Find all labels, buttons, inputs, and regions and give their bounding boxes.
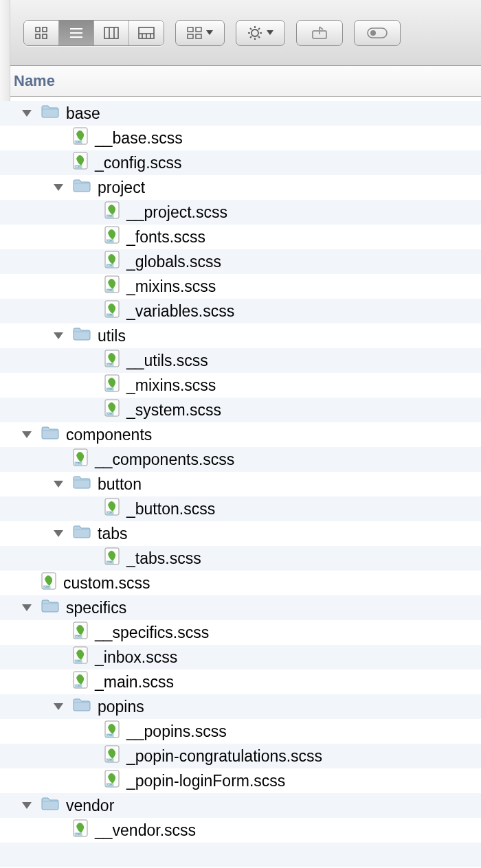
- disclosure-triangle-icon[interactable]: [21, 429, 33, 441]
- disclosure-spacer: [84, 255, 96, 268]
- list-view-button[interactable]: [59, 21, 94, 45]
- share-button[interactable]: [296, 20, 343, 46]
- folder-row[interactable]: button: [0, 472, 481, 496]
- file-row[interactable]: CSS__utils.scss: [0, 348, 481, 373]
- file-row[interactable]: CSS__popins.scss: [0, 719, 481, 744]
- scss-file-icon: CSS: [73, 646, 95, 668]
- file-label: __base.scss: [95, 129, 183, 148]
- column-header-name: Name: [14, 72, 55, 90]
- file-row[interactable]: CSS_button.scss: [0, 496, 481, 521]
- file-row[interactable]: CSS_popin-loginForm.scss: [0, 768, 481, 793]
- disclosure-triangle-icon[interactable]: [52, 330, 65, 342]
- file-label: _mixins.scss: [126, 277, 216, 296]
- folder-row[interactable]: project: [0, 175, 481, 200]
- file-row[interactable]: CSScustom.scss: [0, 571, 481, 595]
- svg-point-30: [370, 30, 376, 36]
- file-label: _popin-loginForm.scss: [126, 772, 285, 790]
- scss-file-icon: CSS: [104, 350, 126, 372]
- svg-rect-1: [43, 27, 47, 32]
- file-row[interactable]: CSS__base.scss: [0, 126, 481, 150]
- disclosure-spacer: [21, 577, 33, 589]
- file-row[interactable]: CSS_main.scss: [0, 670, 481, 694]
- svg-point-19: [251, 30, 258, 36]
- folder-icon: [73, 327, 98, 345]
- folder-row[interactable]: tabs: [0, 521, 481, 546]
- svg-text:CSS: CSS: [107, 264, 113, 267]
- scss-file-icon: CSS: [104, 226, 126, 248]
- disclosure-triangle-icon[interactable]: [52, 700, 65, 713]
- disclosure-triangle-icon[interactable]: [52, 527, 65, 540]
- folder-icon: [41, 599, 66, 617]
- chevron-down-icon: [206, 30, 213, 35]
- folder-row[interactable]: popins: [0, 694, 481, 719]
- file-row[interactable]: CSS__vendor.scss: [0, 818, 481, 843]
- folder-label: specifics: [66, 599, 126, 617]
- svg-line-24: [250, 28, 251, 30]
- svg-text:CSS: CSS: [76, 833, 81, 836]
- column-view-button[interactable]: [94, 21, 129, 45]
- file-row[interactable]: CSS__components.scss: [0, 447, 481, 472]
- file-row[interactable]: CSS_inbox.scss: [0, 645, 481, 670]
- folder-icon: [41, 426, 66, 444]
- file-label: _mixins.scss: [126, 376, 216, 395]
- svg-text:CSS: CSS: [76, 660, 81, 663]
- scss-file-icon: CSS: [104, 547, 126, 569]
- scss-file-icon: CSS: [73, 152, 95, 174]
- svg-text:CSS: CSS: [107, 561, 113, 564]
- folder-icon: [41, 797, 66, 814]
- disclosure-spacer: [84, 503, 96, 515]
- scss-file-icon: CSS: [104, 251, 126, 273]
- disclosure-triangle-icon[interactable]: [52, 478, 65, 490]
- disclosure-spacer: [84, 231, 96, 243]
- column-header[interactable]: Name: [0, 66, 481, 97]
- toolbar: [0, 0, 481, 66]
- file-row[interactable]: CSS_system.scss: [0, 398, 481, 422]
- file-label: _globals.scss: [126, 253, 221, 271]
- file-label: _config.scss: [95, 154, 182, 172]
- scss-file-icon: CSS: [104, 498, 126, 520]
- svg-rect-0: [36, 27, 40, 32]
- svg-text:CSS: CSS: [76, 685, 81, 687]
- file-row[interactable]: CSS__project.scss: [0, 200, 481, 225]
- file-row[interactable]: CSS__specifics.scss: [0, 620, 481, 645]
- file-row[interactable]: CSS_fonts.scss: [0, 225, 481, 249]
- tags-button[interactable]: [354, 20, 401, 46]
- file-row[interactable]: CSS_popin-congratulations.scss: [0, 744, 481, 768]
- file-label: _tabs.scss: [126, 549, 201, 568]
- file-row[interactable]: CSS_globals.scss: [0, 249, 481, 274]
- disclosure-spacer: [84, 725, 96, 738]
- scss-file-icon: CSS: [104, 374, 126, 396]
- disclosure-triangle-icon[interactable]: [21, 107, 33, 119]
- file-row[interactable]: CSS_variables.scss: [0, 299, 481, 323]
- coverflow-view-button[interactable]: [129, 21, 164, 45]
- svg-text:CSS: CSS: [76, 165, 81, 168]
- folder-row[interactable]: base: [0, 101, 481, 126]
- folder-row[interactable]: vendor: [0, 793, 481, 818]
- file-label: _fonts.scss: [126, 228, 205, 247]
- folder-label: components: [66, 426, 152, 444]
- folder-label: popins: [98, 698, 144, 716]
- file-row[interactable]: CSS_config.scss: [0, 150, 481, 175]
- svg-rect-2: [36, 34, 40, 38]
- disclosure-triangle-icon[interactable]: [21, 799, 33, 812]
- icon-view-button[interactable]: [24, 21, 59, 45]
- svg-text:CSS: CSS: [107, 314, 113, 317]
- disclosure-triangle-icon[interactable]: [52, 181, 65, 194]
- disclosure-spacer: [52, 626, 65, 639]
- disclosure-triangle-icon[interactable]: [21, 602, 33, 614]
- file-row[interactable]: CSS_mixins.scss: [0, 274, 481, 299]
- svg-text:CSS: CSS: [107, 734, 113, 737]
- disclosure-spacer: [52, 824, 65, 836]
- file-row[interactable]: CSS_mixins.scss: [0, 373, 481, 398]
- folder-row[interactable]: utils: [0, 323, 481, 348]
- disclosure-spacer: [52, 453, 65, 466]
- arrange-button[interactable]: [175, 20, 225, 46]
- scss-file-icon: CSS: [73, 448, 95, 470]
- scss-file-icon: CSS: [104, 720, 126, 742]
- svg-text:CSS: CSS: [107, 413, 113, 415]
- folder-row[interactable]: components: [0, 422, 481, 447]
- folder-row[interactable]: specifics: [0, 595, 481, 620]
- svg-line-27: [258, 28, 260, 30]
- action-button[interactable]: [236, 20, 285, 46]
- file-row[interactable]: CSS_tabs.scss: [0, 546, 481, 571]
